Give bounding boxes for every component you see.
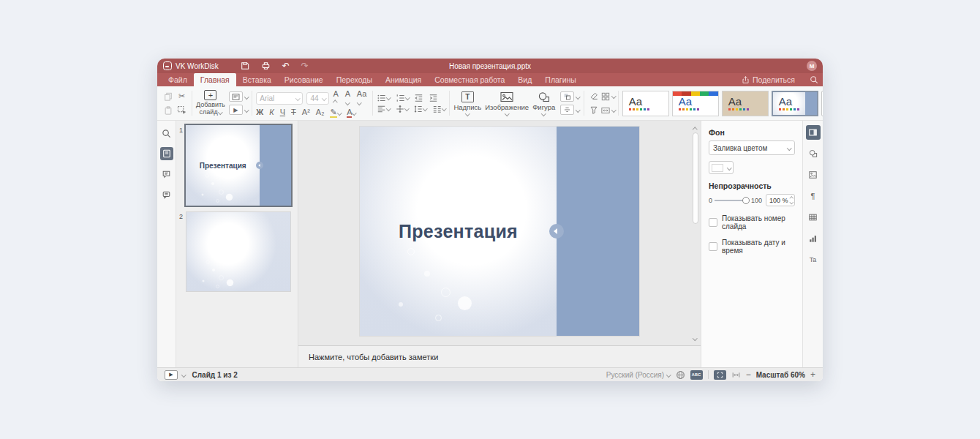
insert-textbox-button[interactable]: T Надпись [453,91,481,116]
slide-number: 2 [176,211,186,292]
opacity-slider[interactable] [715,200,748,201]
paragraph-settings-icon[interactable]: ¶ [806,189,821,203]
print-icon[interactable] [261,61,271,70]
language-select[interactable]: Русский (Россия) [606,371,671,379]
spellcheck-toggle[interactable]: ABC [690,370,703,380]
chart-settings-icon[interactable] [806,231,821,246]
search-icon[interactable] [810,75,818,84]
eraser-icon[interactable] [589,92,599,101]
table-settings-icon[interactable] [806,210,821,225]
copy-icon[interactable] [164,92,173,101]
decrease-indent-icon[interactable] [414,94,423,102]
fit-slide-button[interactable] [714,370,726,380]
slider-knob[interactable] [742,197,750,204]
image-settings-icon[interactable] [806,168,821,182]
tab-home[interactable]: Главная [194,73,236,86]
strikethrough-button[interactable]: Т [291,108,296,116]
insert-image-button[interactable]: Изображение [485,91,529,116]
save-icon[interactable] [241,61,249,70]
shape-label: Фигура [532,103,555,111]
spin-down-icon[interactable] [789,200,793,204]
select-tool-icon[interactable] [177,105,186,115]
add-slide-button[interactable]: + Добавить слайд [196,90,225,116]
decrease-font-button[interactable]: A [345,90,353,106]
font-size-select[interactable]: 44 [306,92,329,105]
play-slideshow-button[interactable]: ▶ [165,370,178,380]
numbered-list-button[interactable] [396,94,410,102]
theme-option-beige[interactable]: Aa [722,91,769,116]
arrange-position-button[interactable] [396,105,409,113]
menu-bar: Файл Главная Вставка Рисование Переходы … [157,73,823,86]
titlebar: VK WorkDisk ↶ ↷ Новая презентация.pptx M [157,59,823,73]
increase-indent-icon[interactable] [429,94,438,102]
slide-layout-button[interactable] [229,91,249,102]
change-case-button[interactable]: Aa [357,90,369,106]
theme-option-white[interactable]: Aa [622,91,669,116]
scrollbar-thumb[interactable] [693,132,698,224]
superscript-button[interactable]: A² [302,108,310,116]
shape-settings-icon[interactable] [806,146,821,161]
zoom-out-button[interactable]: − [746,370,751,379]
slides-panel-icon[interactable] [160,147,173,160]
align-objects-button[interactable] [560,105,580,115]
italic-button[interactable]: К [269,108,274,116]
theme-option-blue-selected[interactable]: Aa [772,91,818,116]
cut-icon[interactable]: ✂ [178,91,185,101]
theme-option-colorful[interactable]: Aa [672,91,719,116]
more-themes-button[interactable] [821,91,823,116]
tab-collaboration[interactable]: Совместная работа [428,73,511,86]
share-button[interactable]: Поделиться [742,75,795,84]
font-family-select[interactable]: Arial [256,92,303,105]
tab-animation[interactable]: Анимация [379,73,428,86]
slide-arrow-widget[interactable] [549,224,564,239]
redo-icon[interactable]: ↷ [301,61,309,70]
paste-icon[interactable] [164,106,173,115]
chat-icon[interactable] [160,188,173,201]
increase-font-button[interactable]: A [333,90,341,106]
tab-transitions[interactable]: Переходы [330,73,379,86]
bold-button[interactable]: Ж [256,108,263,116]
find-icon[interactable] [160,127,173,140]
slide-title-text[interactable]: Презентация [360,221,557,242]
show-date-time-checkbox[interactable] [709,242,717,251]
undo-icon[interactable]: ↶ [282,61,290,70]
tab-draw[interactable]: Рисование [278,73,330,86]
underline-button[interactable]: Ч [280,108,285,116]
theme-colors-button[interactable] [601,92,616,101]
canvas-scrollbar[interactable] [691,122,700,344]
show-slide-number-checkbox[interactable] [709,218,717,227]
bullet-list-button[interactable] [377,94,391,102]
line-spacing-button[interactable] [413,105,427,113]
user-avatar[interactable]: M [807,61,817,71]
start-slideshow-button[interactable]: ▶ [229,105,249,115]
align-text-button[interactable] [377,105,391,113]
slide-settings-icon[interactable] [806,125,821,140]
play-options-icon[interactable] [181,372,186,377]
fill-color-picker[interactable] [709,161,734,174]
globe-icon[interactable] [676,370,685,380]
slide-blue-bar [557,127,639,336]
format-painter-icon[interactable] [589,106,598,115]
text-art-settings-icon[interactable]: Ta [806,252,821,267]
insert-shape-button[interactable]: Фигура [532,91,555,116]
editor-canvas: Презентация Нажмите, чтобы добавить заме… [298,121,701,367]
columns-button[interactable] [432,105,446,113]
font-color-button[interactable]: A [347,108,356,116]
slide-thumbnail-2[interactable] [186,211,291,292]
fit-width-button[interactable] [731,371,741,379]
slide-thumbnail-1[interactable]: Презентация [186,125,291,206]
comments-icon[interactable] [160,168,173,181]
tab-insert[interactable]: Вставка [236,73,278,86]
opacity-spinner[interactable]: 100 % [766,194,795,206]
tab-file[interactable]: Файл [162,73,194,86]
fill-type-select[interactable]: Заливка цветом [709,140,795,155]
highlight-pen-button[interactable]: ✎ [330,108,341,116]
notes-area[interactable]: Нажмите, чтобы добавить заметки [298,345,701,367]
zoom-in-button[interactable]: + [810,370,815,379]
slide-size-button[interactable] [601,106,616,115]
tab-view[interactable]: Вид [511,73,538,86]
tab-plugins[interactable]: Плагины [538,73,583,86]
current-slide[interactable]: Презентация [360,127,639,336]
arrange-order-button[interactable] [560,91,580,102]
subscript-button[interactable]: A₂ [316,108,325,116]
